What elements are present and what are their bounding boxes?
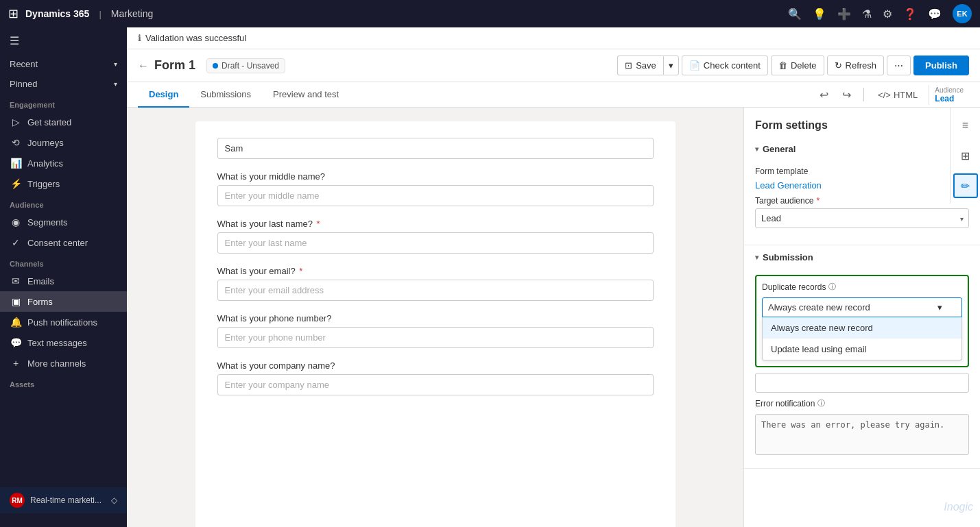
push-icon: 🔔 <box>10 317 22 328</box>
status-badge: Draft - Unsaved <box>206 58 285 73</box>
company-input[interactable] <box>217 374 654 395</box>
last-name-required: * <box>317 219 320 229</box>
check-content-icon: 📄 <box>689 60 700 71</box>
channels-group-label: Channels <box>0 253 127 271</box>
target-audience-select[interactable]: Lead Contact <box>755 208 969 228</box>
workspace-label: Real-time marketi... <box>30 495 101 505</box>
sidebar-item-segments[interactable]: ◉ Segments <box>0 212 127 232</box>
lightbulb-icon[interactable]: 💡 <box>813 8 826 21</box>
module-name: Marketing <box>111 8 153 19</box>
right-icon-panel: ≡ ⊞ ✏ <box>950 108 980 204</box>
publish-button[interactable]: Publish <box>913 56 969 75</box>
redo-button[interactable]: ↪ <box>838 86 855 104</box>
sidebar-item-label: More channels <box>27 358 86 369</box>
save-label: Save <box>636 60 656 71</box>
grid-view-button[interactable]: ⊞ <box>953 143 978 168</box>
html-button[interactable]: </> HTML <box>872 87 923 103</box>
edit-button[interactable]: ✏ <box>953 173 978 198</box>
avatar[interactable]: EK <box>953 4 972 23</box>
refresh-label: Refresh <box>846 60 877 71</box>
submission-section-toggle[interactable]: ▾ Submission <box>744 245 980 269</box>
first-name-input[interactable] <box>217 138 654 159</box>
sidebar-item-more-channels[interactable]: + More channels <box>0 353 127 373</box>
add-icon[interactable]: ➕ <box>837 8 851 21</box>
phone-input[interactable] <box>217 327 654 348</box>
save-button[interactable]: ⊡ Save <box>617 56 663 75</box>
sidebar-item-label: Consent center <box>27 238 88 248</box>
partial-input[interactable] <box>755 373 969 393</box>
general-section-toggle[interactable]: ▾ General <box>744 137 980 161</box>
delete-label: Delete <box>791 60 817 71</box>
content-area: What is your middle name? What is your l… <box>127 108 980 527</box>
phone-label: What is your phone number? <box>217 313 654 323</box>
engagement-group-label: Engagement <box>0 94 127 112</box>
duplicate-records-dropdown[interactable]: Always create new record ▾ <box>762 297 962 317</box>
email-field: What is your email? * <box>217 266 654 301</box>
email-input[interactable] <box>217 280 654 301</box>
audience-label: Audience <box>935 86 964 94</box>
sidebar-item-analytics[interactable]: 📊 Analytics <box>0 153 127 173</box>
tabs-separator <box>863 88 864 101</box>
general-chevron-icon: ▾ <box>755 145 758 153</box>
sidebar-item-forms[interactable]: ▣ Forms <box>0 291 127 312</box>
layout: ☰ Recent ▾ Pinned ▾ Engagement ▷ Get sta… <box>0 0 980 527</box>
nav-divider: | <box>99 9 101 19</box>
save-button-group: ⊡ Save ▾ <box>617 56 679 75</box>
search-icon[interactable]: 🔍 <box>788 8 802 21</box>
sidebar-item-recent[interactable]: Recent ▾ <box>0 54 127 74</box>
delete-icon: 🗑 <box>778 60 787 71</box>
target-audience-required: * <box>816 196 820 206</box>
consent-icon: ✓ <box>10 237 22 248</box>
submission-section: ▾ Submission Duplicate records ⓘ Always … <box>744 245 980 469</box>
form-title: Form 1 <box>154 58 195 73</box>
hamburger-icon[interactable]: ☰ <box>0 27 127 54</box>
back-button[interactable]: ← <box>138 60 149 72</box>
right-panel: Form settings ⊡ ▾ General Form template <box>743 108 980 527</box>
last-name-input[interactable] <box>217 232 654 254</box>
sidebar-item-triggers[interactable]: ⚡ Triggers <box>0 173 127 194</box>
audience-button[interactable]: Audience Lead <box>929 85 969 105</box>
analytics-icon: 📊 <box>10 158 22 169</box>
dropdown-option-update-lead[interactable]: Update lead using email <box>763 339 961 360</box>
general-label: General <box>763 144 796 154</box>
sidebar-item-label: Journeys <box>27 138 64 148</box>
dropdown-option-always-create[interactable]: Always create new record <box>763 317 961 339</box>
sidebar-bottom-item[interactable]: RM Real-time marketi... ◇ <box>0 487 127 513</box>
sidebar-item-label: Emails <box>27 276 54 286</box>
more-options-button[interactable]: ⋯ <box>887 56 911 75</box>
settings-icon[interactable]: ⚙ <box>883 8 892 21</box>
help-icon[interactable]: ❓ <box>903 8 917 21</box>
sidebar-item-push-notifications[interactable]: 🔔 Push notifications <box>0 312 127 332</box>
tab-submissions[interactable]: Submissions <box>189 82 262 108</box>
app-grid-icon[interactable]: ⊞ <box>8 6 19 21</box>
save-icon: ⊡ <box>625 60 632 71</box>
undo-button[interactable]: ↩ <box>815 86 833 104</box>
check-content-button[interactable]: 📄 Check content <box>682 56 768 75</box>
partial-input-wrapper <box>755 373 969 393</box>
sidebar-item-get-started[interactable]: ▷ Get started <box>0 112 127 132</box>
sidebar-item-emails[interactable]: ✉ Emails <box>0 271 127 291</box>
last-name-label: What is your last name? * <box>217 219 654 229</box>
text-msg-icon: 💬 <box>10 337 22 348</box>
chat-icon[interactable]: 💬 <box>928 8 942 21</box>
delete-button[interactable]: 🗑 Delete <box>771 56 824 75</box>
duplicate-records-info-icon[interactable]: ⓘ <box>828 282 836 292</box>
save-dropdown-button[interactable]: ▾ <box>663 56 679 75</box>
error-notification-info-icon[interactable]: ⓘ <box>817 398 825 408</box>
sidebar-item-consent-center[interactable]: ✓ Consent center <box>0 232 127 253</box>
dropdown-options: Always create new record Update lead usi… <box>762 317 962 360</box>
form-template-link[interactable]: Lead Generation <box>755 180 822 191</box>
refresh-button[interactable]: ↻ Refresh <box>827 56 885 75</box>
sidebar-item-text-messages[interactable]: 💬 Text messages <box>0 332 127 353</box>
filter-icon[interactable]: ⚗ <box>862 8 872 21</box>
list-view-button[interactable]: ≡ <box>953 113 978 138</box>
tab-design[interactable]: Design <box>138 82 189 108</box>
duplicate-records-label: Duplicate records ⓘ <box>762 282 962 292</box>
middle-name-input[interactable] <box>217 185 654 206</box>
toolbar: ← Form 1 Draft - Unsaved ⊡ Save ▾ 📄 Chec… <box>127 49 980 82</box>
validation-message: Validation was successful <box>145 33 246 43</box>
sidebar-item-pinned[interactable]: Pinned ▾ <box>0 74 127 94</box>
error-notification-textarea[interactable]: There was an error, please try again. <box>755 414 969 455</box>
sidebar-item-journeys[interactable]: ⟲ Journeys <box>0 132 127 153</box>
tab-preview-and-test[interactable]: Preview and test <box>262 82 350 108</box>
